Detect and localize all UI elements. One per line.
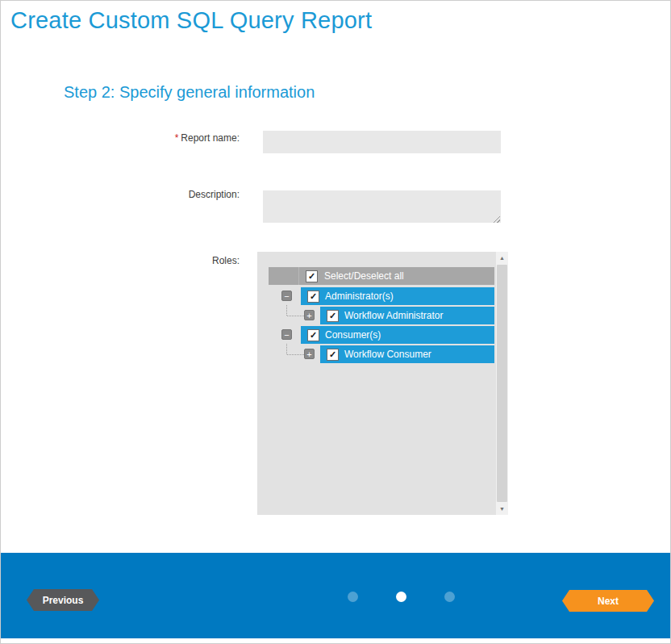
page-dot-3[interactable] [444,592,455,602]
page-indicator [348,592,455,602]
check-icon: ✓ [310,292,317,301]
collapse-icon[interactable]: − [281,329,292,340]
role-row-label: Workflow Administrator [344,310,443,321]
roles-tree-panel: ✓ Select/Deselect all − ✓ Administrator(… [257,252,508,515]
expand-icon[interactable]: + [304,310,315,320]
description-label: Description: [1,189,240,200]
collapse-icon[interactable]: − [281,291,292,301]
page-dot-1[interactable] [348,592,358,602]
description-input[interactable] [263,190,501,223]
scroll-down-icon[interactable]: ▼ [496,503,508,515]
required-marker: * [175,132,179,144]
wizard-page: Create Custom SQL Query Report Step 2: S… [0,0,671,644]
expander-column-spacer [269,267,299,285]
check-icon: ✓ [308,272,315,281]
description-label-text: Description: [189,189,240,200]
step-title: Step 2: Specify general information [64,83,315,102]
check-icon: ✓ [329,312,336,320]
tree-row: + ✓ Workflow Consumer [257,345,494,363]
tree-row: + ✓ Workflow Administrator [257,307,494,324]
roles-tree-header: ✓ Select/Deselect all [269,267,494,285]
page-dot-2-active[interactable] [396,592,406,602]
role-row-label: Consumer(s) [325,329,381,341]
next-button[interactable]: Next [562,590,654,612]
expand-icon[interactable]: + [304,349,315,359]
role-row-workflow-administrator[interactable]: ✓ Workflow Administrator [320,307,494,324]
role-checkbox[interactable]: ✓ [307,329,319,341]
role-checkbox[interactable]: ✓ [327,310,339,322]
role-row-label: Administrator(s) [325,291,394,302]
role-row-label: Workflow Consumer [344,349,431,360]
role-row-consumers[interactable]: ✓ Consumer(s) [301,326,494,344]
scroll-up-icon[interactable]: ▲ [496,252,508,264]
role-row-workflow-consumer[interactable]: ✓ Workflow Consumer [320,345,494,363]
scrollbar-thumb[interactable] [497,265,507,502]
page-title: Create Custom SQL Query Report [10,7,372,34]
select-all-checkbox[interactable]: ✓ [306,270,318,282]
report-name-input[interactable] [263,131,501,153]
vertical-scrollbar[interactable]: ▲ ▼ [496,252,508,515]
role-checkbox[interactable]: ✓ [327,349,339,361]
tree-row: − ✓ Consumer(s) [257,326,494,344]
report-name-label-text: Report name: [181,132,240,144]
tree-row: − ✓ Administrator(s) [257,287,494,305]
role-checkbox[interactable]: ✓ [307,291,319,303]
select-all-label: Select/Deselect all [324,270,404,282]
wizard-footer: Previous Next [1,553,670,638]
check-icon: ✓ [329,350,336,359]
roles-label: Roles: [1,255,240,266]
role-row-administrators[interactable]: ✓ Administrator(s) [301,287,494,305]
report-name-label: *Report name: [1,132,240,144]
previous-button[interactable]: Previous [27,589,99,611]
check-icon: ✓ [310,331,317,340]
roles-label-text: Roles: [212,255,240,266]
